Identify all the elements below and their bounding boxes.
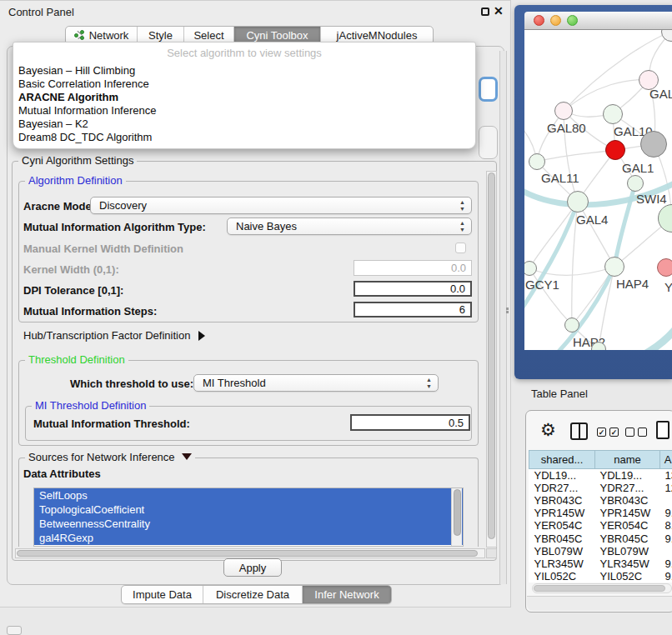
table-cell[interactable]: 9. xyxy=(660,558,672,570)
mi-threshold-label: Mutual Information Threshold: xyxy=(33,418,190,430)
algorithm-option[interactable]: Dream8 DC_TDC Algorithm xyxy=(13,131,475,144)
table-row[interactable]: YDL19...YDL19...13 xyxy=(529,469,672,482)
splitter-grip[interactable] xyxy=(506,307,509,316)
zoom-traffic-light[interactable] xyxy=(567,15,578,26)
algorithm-option[interactable]: Mutual Information Inference xyxy=(13,104,475,118)
table-cell[interactable]: YIL052C xyxy=(595,570,660,582)
dpi-tolerance-input[interactable] xyxy=(354,281,472,297)
sources-toggle[interactable]: Sources for Network Inference xyxy=(25,452,195,463)
node-y[interactable] xyxy=(657,258,672,277)
algorithm-popup-hint: Select algorithm to view settings xyxy=(13,42,475,64)
tab-discretize-data[interactable]: Discretize Data xyxy=(203,586,303,603)
column-header[interactable]: A xyxy=(660,451,672,469)
node-gal1[interactable] xyxy=(605,140,625,160)
hidden-combo-fragment xyxy=(479,77,498,102)
mi-steps-input[interactable] xyxy=(354,302,472,318)
table-row[interactable]: YER054CYER054C8. xyxy=(529,519,672,532)
kernel-width-input[interactable] xyxy=(354,260,472,276)
attribute-item[interactable]: SelfLoops xyxy=(34,488,463,502)
deselect-all-icon[interactable] xyxy=(625,428,647,437)
apply-button[interactable]: Apply xyxy=(223,558,282,577)
table-panel-title: Table Panel xyxy=(531,388,588,400)
algorithm-option[interactable]: Basic Correlation Inference xyxy=(13,78,475,91)
minimize-traffic-light[interactable] xyxy=(550,15,561,26)
algorithm-option[interactable]: ARACNE Algorithm xyxy=(13,91,475,104)
node-gal4[interactable] xyxy=(567,191,589,212)
table-cell[interactable]: YBL079W xyxy=(595,545,660,558)
manual-kernel-checkbox[interactable] xyxy=(455,242,466,253)
column-header[interactable]: name xyxy=(595,451,660,469)
network-window-titlebar[interactable] xyxy=(524,12,672,30)
tab-infer-network[interactable]: Infer Network xyxy=(303,586,391,603)
network-icon xyxy=(74,30,85,41)
column-header[interactable]: shared... xyxy=(529,451,595,469)
table-cell[interactable]: YER054C xyxy=(529,519,595,532)
table-cell[interactable]: 12 xyxy=(660,482,672,494)
table-cell[interactable]: 13 xyxy=(660,469,672,482)
table-cell[interactable]: YLR345W xyxy=(595,558,660,570)
table-row[interactable]: YLR345WYLR345W9. xyxy=(529,558,672,570)
table-cell[interactable]: YIL052C xyxy=(529,570,595,582)
settings-horizontal-scrollbar[interactable] xyxy=(15,548,485,558)
table-cell[interactable] xyxy=(660,545,672,558)
tab-impute-data[interactable]: Impute Data xyxy=(122,586,203,603)
network-canvas[interactable]: GALGAL80GAL10GAL1GAL11SWI4GAL4GCY1HAP4YH… xyxy=(524,30,672,350)
table-row[interactable]: YBR045CYBR045C9. xyxy=(529,532,672,545)
panel-scroll-gutter[interactable] xyxy=(499,51,507,584)
columns-icon[interactable] xyxy=(570,422,588,440)
close-icon[interactable]: ✕ xyxy=(494,4,504,18)
attribute-item[interactable]: TopologicalCoefficient xyxy=(34,502,463,517)
table-cell[interactable]: 9. xyxy=(660,570,672,582)
gear-icon[interactable]: ⚙ xyxy=(540,420,556,440)
table-cell[interactable]: YER054C xyxy=(595,519,660,532)
table-cell[interactable]: YBR043C xyxy=(595,494,660,507)
node-gal80[interactable] xyxy=(554,102,573,120)
table-cell[interactable]: YDR27... xyxy=(529,482,595,494)
tab-label: Discretize Data xyxy=(216,588,289,601)
file-icon[interactable] xyxy=(656,421,669,439)
hub-definition-toggle[interactable]: Hub/Transcription Factor Definition xyxy=(23,329,205,342)
minimized-panel-stub[interactable] xyxy=(7,626,22,635)
table-cell[interactable]: 9. xyxy=(660,507,672,519)
mi-type-select[interactable]: Naive Bayes ▲▼ xyxy=(227,218,472,235)
node-hap4[interactable] xyxy=(604,257,624,277)
table-horizontal-scrollbar[interactable] xyxy=(532,583,672,593)
attribute-item[interactable]: gal4RGexp xyxy=(34,531,463,545)
node-y-label: Y xyxy=(664,280,672,294)
table-cell[interactable]: YDR27... xyxy=(595,482,660,494)
settings-vertical-scrollbar[interactable] xyxy=(486,171,497,548)
table-row[interactable]: YBR043CYBR043C xyxy=(529,494,672,507)
close-traffic-light[interactable] xyxy=(534,15,544,26)
node-swi4[interactable] xyxy=(627,175,644,192)
node-gal10[interactable] xyxy=(603,104,623,124)
node-gal11[interactable] xyxy=(529,153,545,170)
table-cell[interactable]: 9. xyxy=(660,532,672,545)
aracne-mode-select[interactable]: Discovery ▲▼ xyxy=(90,197,472,214)
table-cell[interactable]: YBL079W xyxy=(529,545,595,558)
mi-threshold-input[interactable] xyxy=(350,414,470,431)
table-cell[interactable]: YBR045C xyxy=(595,532,660,545)
table-cell[interactable]: YDL19... xyxy=(529,469,595,482)
attribute-item[interactable]: BetweennessCentrality xyxy=(34,517,463,531)
table-cell[interactable]: 8. xyxy=(660,519,672,532)
which-threshold-select[interactable]: MI Threshold ▲▼ xyxy=(193,374,439,392)
attributes-scrollbar[interactable] xyxy=(451,488,462,546)
node-gray[interactable] xyxy=(640,131,667,158)
table-row[interactable]: YBL079WYBL079W xyxy=(529,545,672,558)
select-all-icon[interactable]: ✓✓ xyxy=(597,428,619,437)
table-cell[interactable]: YPR145W xyxy=(595,507,660,519)
algorithm-option[interactable]: Bayesian – Hill Climbing xyxy=(13,64,475,78)
float-window-icon[interactable] xyxy=(481,8,489,16)
table-cell[interactable] xyxy=(660,494,672,507)
table-cell[interactable]: YBR045C xyxy=(529,532,595,545)
node-hap2[interactable] xyxy=(564,318,579,332)
algorithm-option[interactable]: Bayesian – K2 xyxy=(13,118,475,131)
table-cell[interactable]: YBR043C xyxy=(529,494,595,507)
table-row[interactable]: YDR27...YDR27...12 xyxy=(529,482,672,494)
table-row[interactable]: YPR145WYPR145W9. xyxy=(529,507,672,519)
table-cell[interactable]: YPR145W xyxy=(529,507,595,519)
node-swi4-label: SWI4 xyxy=(636,192,667,206)
table-cell[interactable]: YLR345W xyxy=(529,558,595,570)
table-cell[interactable]: YDL19... xyxy=(595,469,660,482)
table-row[interactable]: YIL052CYIL052C9. xyxy=(529,570,672,582)
